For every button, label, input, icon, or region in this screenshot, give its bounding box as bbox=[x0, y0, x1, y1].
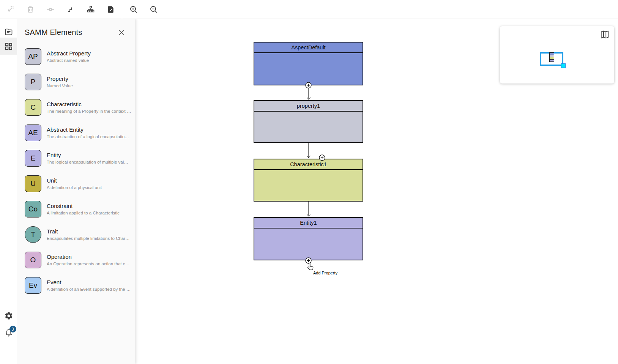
operation-icon: O bbox=[25, 252, 41, 268]
rail-item-help[interactable] bbox=[0, 359, 17, 364]
rail-item-notifications[interactable]: 3 bbox=[0, 324, 17, 341]
element-label: Entity bbox=[47, 151, 133, 159]
plus-circle-icon bbox=[305, 257, 312, 264]
element-description: The logical encapsulation of multiple va… bbox=[47, 159, 133, 165]
node-property[interactable]: property1 bbox=[254, 100, 363, 143]
node-entity[interactable]: Entity1 bbox=[254, 217, 363, 260]
zoom-in-button[interactable] bbox=[123, 0, 143, 19]
element-item-trait[interactable]: T Trait Encapsulates multiple limitation… bbox=[25, 226, 135, 243]
node-title: AspectDefault bbox=[254, 43, 363, 53]
fit-to-screen-button[interactable] bbox=[0, 0, 20, 19]
connect-icon bbox=[46, 5, 55, 14]
add-child-characteristic-button[interactable] bbox=[319, 154, 325, 161]
event-icon: Ev bbox=[25, 277, 41, 294]
element-label: Trait bbox=[47, 228, 133, 235]
connect-button[interactable] bbox=[40, 0, 60, 19]
element-description: An Operation represents an action that c… bbox=[47, 261, 133, 267]
minimap-diagram bbox=[549, 53, 554, 62]
add-child-aspect-button[interactable] bbox=[305, 82, 312, 88]
rail-item-settings[interactable] bbox=[0, 307, 17, 324]
abstract-entity-icon: AE bbox=[25, 124, 41, 141]
constraint-icon: Co bbox=[25, 201, 41, 217]
diagram-canvas[interactable]: AspectDefault property1 Characteristic1 … bbox=[135, 19, 618, 364]
element-item-event[interactable]: Ev Event A definition of an Event suppor… bbox=[25, 277, 135, 294]
node-aspect[interactable]: AspectDefault bbox=[254, 42, 363, 85]
element-item-property[interactable]: P Property Named Value bbox=[25, 74, 135, 90]
element-list: AP Abstract Property Abstract named valu… bbox=[17, 48, 135, 294]
element-label: Abstract Property bbox=[47, 50, 133, 57]
element-description: Encapsulates multiple limitations to Cha… bbox=[47, 235, 133, 241]
document-check-icon bbox=[106, 5, 115, 14]
auto-format-button[interactable] bbox=[60, 0, 80, 19]
gear-icon bbox=[4, 311, 13, 320]
add-property-tooltip: Add Property bbox=[308, 271, 343, 275]
plus-circle-icon bbox=[319, 154, 325, 161]
minimap-node-entity bbox=[549, 59, 554, 62]
hierarchy-button[interactable] bbox=[80, 0, 101, 19]
close-panel-button[interactable] bbox=[117, 28, 126, 37]
map-icon bbox=[600, 30, 610, 39]
element-label: Property bbox=[47, 75, 133, 83]
node-title: property1 bbox=[254, 101, 363, 112]
element-description: A definition of a physical unit bbox=[47, 184, 133, 191]
trash-icon bbox=[26, 5, 35, 14]
plus-circle-icon bbox=[305, 82, 312, 88]
minimap-toggle-button[interactable] bbox=[600, 30, 610, 39]
folder-icon bbox=[4, 27, 13, 36]
element-description: The meaning of a Property in the context… bbox=[47, 108, 133, 114]
characteristic-icon: C bbox=[25, 99, 41, 116]
minimap-panel bbox=[500, 26, 614, 84]
element-description: Abstract named value bbox=[47, 57, 133, 63]
element-item-operation[interactable]: O Operation An Operation represents an a… bbox=[25, 252, 135, 268]
zoom-out-icon bbox=[149, 5, 158, 14]
element-item-unit[interactable]: U Unit A definition of a physical unit bbox=[25, 175, 135, 192]
element-item-abstract-property[interactable]: AP Abstract Property Abstract named valu… bbox=[25, 48, 135, 65]
add-property-button[interactable] bbox=[305, 257, 312, 264]
element-label: Abstract Entity bbox=[47, 126, 133, 134]
element-item-abstract-entity[interactable]: AE Abstract Entity The abstraction of a … bbox=[25, 124, 135, 141]
zoom-out-button[interactable] bbox=[143, 0, 164, 19]
top-toolbar bbox=[0, 0, 618, 19]
close-icon bbox=[118, 29, 125, 36]
unit-icon: U bbox=[25, 175, 41, 192]
node-title: Characteristic1 bbox=[254, 159, 363, 170]
grid-icon bbox=[4, 42, 13, 51]
element-description: The abstraction of a logical encapsulati… bbox=[47, 134, 133, 140]
element-label: Characteristic bbox=[47, 101, 133, 108]
element-label: Operation bbox=[47, 253, 133, 261]
element-item-characteristic[interactable]: C Characteristic The meaning of a Proper… bbox=[25, 99, 135, 116]
element-description: A limitation applied to a Characteristic bbox=[47, 210, 133, 216]
samm-elements-panel: SAMM Elements AP Abstract Property Abstr… bbox=[17, 19, 135, 364]
zoom-in-icon bbox=[129, 5, 138, 14]
hierarchy-icon bbox=[86, 5, 95, 14]
left-rail: 3 bbox=[0, 19, 17, 364]
minimap-resize-handle[interactable] bbox=[561, 63, 566, 68]
element-label: Unit bbox=[47, 177, 133, 184]
property-icon: P bbox=[25, 74, 41, 90]
node-title: Entity1 bbox=[254, 218, 363, 228]
abstract-property-icon: AP bbox=[25, 48, 41, 65]
toolbar-divider bbox=[122, 0, 122, 19]
notifications-badge: 3 bbox=[9, 326, 16, 332]
validate-document-button[interactable] bbox=[101, 0, 121, 19]
rail-item-samm-elements[interactable] bbox=[0, 38, 17, 55]
element-description: A definition of an Event supported by th… bbox=[47, 286, 133, 292]
delete-button[interactable] bbox=[20, 0, 40, 19]
panel-title: SAMM Elements bbox=[25, 28, 128, 37]
panel-header: SAMM Elements bbox=[17, 19, 135, 37]
element-description: Named Value bbox=[47, 83, 133, 89]
element-label: Event bbox=[47, 279, 133, 286]
trait-icon: T bbox=[25, 226, 41, 243]
element-item-entity[interactable]: E Entity The logical encapsulation of mu… bbox=[25, 150, 135, 167]
aspect-model-editor: 3 SAMM Elements AP Abstract Property Abs… bbox=[0, 0, 618, 364]
auto-format-icon bbox=[66, 5, 75, 14]
node-characteristic[interactable]: Characteristic1 bbox=[254, 159, 363, 202]
element-label: Constraint bbox=[47, 202, 133, 210]
entity-icon: E bbox=[25, 150, 41, 167]
fit-to-screen-icon bbox=[6, 5, 15, 14]
element-item-constraint[interactable]: Co Constraint A limitation applied to a … bbox=[25, 201, 135, 217]
